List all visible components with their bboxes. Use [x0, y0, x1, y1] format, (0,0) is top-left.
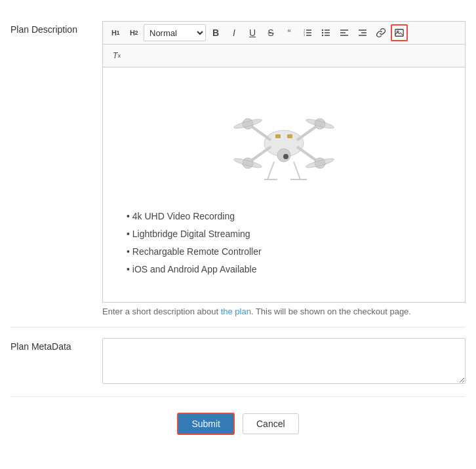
bold-button[interactable]: B [207, 24, 224, 41]
hint-link[interactable]: the plan [221, 307, 251, 316]
ordered-list-button[interactable]: 1 2 3 [299, 24, 316, 41]
form-actions: Submit Cancel [10, 397, 466, 451]
rte-toolbar-row2: Tx [102, 44, 466, 67]
svg-point-9 [322, 29, 323, 31]
rte-editor[interactable]: 4k UHD Video Recording Lightbridge Digit… [102, 67, 466, 303]
svg-rect-40 [287, 134, 292, 138]
unordered-list-button[interactable] [317, 24, 334, 41]
strikethrough-button[interactable]: S [262, 24, 279, 41]
svg-point-10 [322, 32, 323, 33]
svg-point-11 [322, 35, 323, 36]
rte-hint: Enter a short description about the plan… [102, 307, 466, 316]
svg-rect-39 [275, 134, 281, 138]
drone-image-wrapper [113, 78, 454, 199]
plan-description-row: Plan Description H1 H2 Normal Heading 1 … [10, 10, 466, 328]
metadata-textarea[interactable] [102, 338, 466, 384]
clear-format-button[interactable]: Tx [107, 47, 127, 64]
h1-button[interactable]: H1 [107, 24, 124, 41]
svg-line-35 [268, 162, 274, 179]
rte-toolbar: H1 H2 Normal Heading 1 Heading 2 Heading… [102, 21, 466, 44]
list-item: 4k UHD Video Recording [127, 210, 262, 223]
svg-rect-18 [395, 29, 403, 37]
feature-list: 4k UHD Video Recording Lightbridge Digit… [127, 210, 262, 280]
plan-metadata-field [102, 338, 466, 386]
plan-metadata-label: Plan MetaData [10, 338, 102, 354]
align-right-button[interactable] [354, 24, 371, 41]
plan-description-field: H1 H2 Normal Heading 1 Heading 2 Heading… [102, 21, 466, 316]
blockquote-button[interactable]: “ [281, 24, 298, 41]
cancel-button[interactable]: Cancel [243, 413, 299, 434]
list-item: Rechargable Remote Controller [127, 245, 262, 259]
submit-button[interactable]: Submit [177, 413, 235, 435]
list-item: Lightbridge Digital Streaming [127, 227, 262, 241]
svg-text:3: 3 [304, 33, 306, 37]
plan-description-label: Plan Description [10, 21, 102, 37]
list-item: iOS and Android App Available [127, 263, 262, 276]
plan-metadata-row: Plan MetaData [10, 328, 466, 397]
h2-button[interactable]: H2 [125, 24, 142, 41]
underline-button[interactable]: U [244, 24, 261, 41]
paragraph-style-select[interactable]: Normal Heading 1 Heading 2 Heading 3 Blo… [144, 24, 206, 41]
svg-point-22 [283, 154, 288, 159]
align-left-button[interactable] [336, 24, 353, 41]
italic-button[interactable]: I [226, 24, 243, 41]
svg-line-36 [294, 162, 300, 179]
link-button[interactable] [372, 24, 389, 41]
image-button[interactable] [391, 24, 408, 41]
